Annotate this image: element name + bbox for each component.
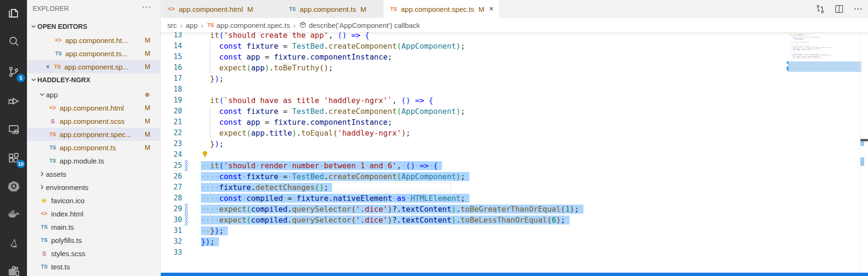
code-line-20[interactable]: 20 const fixture = TestBed.createCompone… <box>161 106 780 117</box>
line-text: ····const·compiled·=·fixture.nativeEleme… <box>201 193 469 204</box>
item-label: app.component.spec... <box>60 130 131 138</box>
open-editor-item[interactable]: <>app.component.ht...M <box>27 34 161 47</box>
git-change-gutter <box>185 204 188 215</box>
activitybar-explorer-icon[interactable] <box>0 2 27 25</box>
indent-guide <box>210 41 210 73</box>
item-label: app <box>46 91 58 99</box>
open-editor-item[interactable]: TSapp.component.ts...M <box>27 47 161 60</box>
line-number: 19 <box>161 95 182 106</box>
section-open-editors[interactable]: OPEN EDITORS <box>27 20 161 33</box>
line-text: }); <box>201 73 224 84</box>
code-line-18[interactable]: 18 <box>161 84 780 95</box>
tree-folder-app[interactable]: app <box>27 88 161 101</box>
breadcrumb-item[interactable]: describe('AppComponent') callback <box>309 21 420 29</box>
section-workspace[interactable]: HADDLEY-NGRX <box>27 73 161 86</box>
line-number: 31 <box>161 225 182 236</box>
tree-file-app-component-ts[interactable]: TSapp.component.tsM <box>27 141 161 154</box>
html-file-icon: <> <box>40 210 48 217</box>
git-change-gutter <box>185 160 188 171</box>
code-line-28[interactable]: 28····const·compiled·=·fixture.nativeEle… <box>161 193 780 204</box>
split-editor-icon[interactable] <box>834 4 844 14</box>
code-line-25[interactable]: 25··it('should·render·number·between·1·a… <box>161 160 780 171</box>
code-line-31[interactable]: 31··}); <box>161 225 780 236</box>
minimap[interactable]: import { TestBed } from '@angular/core/t… <box>790 30 861 172</box>
ts-orange-file-icon: TS <box>49 131 57 137</box>
line-text: ····fixture.detectChanges(); <box>201 182 333 193</box>
tree-file-app-component-html[interactable]: <>app.component.htmlM <box>27 101 161 114</box>
item-label: environments <box>46 183 88 191</box>
git-change-gutter <box>185 215 188 225</box>
git-modified-badge: M <box>145 36 150 44</box>
chevron-down-icon <box>30 76 37 84</box>
editor-actions <box>815 0 863 18</box>
tree-file-app-component-scss[interactable]: Sapp.component.scssM <box>27 114 161 128</box>
code-line-26[interactable]: 26····const·fixture·=·TestBed.createComp… <box>161 171 780 182</box>
activitybar-source-control-icon[interactable]: 5 <box>0 60 27 83</box>
breadcrumb-item[interactable]: app <box>186 21 198 29</box>
activitybar-extensions-icon[interactable]: 10 <box>0 147 27 169</box>
activitybar-docker-icon[interactable] <box>0 203 27 226</box>
editor-group: <>app.component.htmlMTSapp.component.tsM… <box>161 0 868 276</box>
code-line-22[interactable]: 22 expect(app.title).toEqual('haddley-ng… <box>161 128 780 138</box>
activitybar-run-debug-icon[interactable] <box>0 90 27 112</box>
activitybar-remote-explorer-icon[interactable] <box>0 118 27 141</box>
tree-folder-environments[interactable]: environments <box>27 181 161 194</box>
overview-ruler[interactable] <box>860 0 868 273</box>
tree-file-app-module-ts[interactable]: TSapp.module.ts <box>27 154 161 167</box>
ts-orange-file-icon: TS <box>53 64 61 69</box>
code-line-17[interactable]: 17 }); <box>161 73 780 84</box>
tree-file-app-component-spec---[interactable]: TSapp.component.spec...M <box>27 128 161 141</box>
ts-blue-file-icon: TS <box>49 158 57 164</box>
activitybar-search-icon[interactable] <box>0 30 27 52</box>
close-editor-icon[interactable]: × <box>44 63 52 70</box>
activitybar-kubernetes-icon[interactable] <box>0 175 27 198</box>
code-line-14[interactable]: 14 const fixture = TestBed.createCompone… <box>161 41 780 52</box>
line-text: ····expect(compiled.querySelector('.dice… <box>201 215 570 225</box>
line-number: 27 <box>161 182 182 193</box>
tree-file-polyfills-ts[interactable]: TSpolyfills.ts <box>27 233 161 247</box>
code-line-32[interactable]: 32}); <box>161 236 780 247</box>
code-line-19[interactable]: 19 it(`should have as title 'haddley-ngr… <box>161 95 780 106</box>
code-line-24[interactable]: 24 <box>161 149 780 160</box>
tree-file-styles-scss[interactable]: Sstyles.scss <box>27 247 161 260</box>
tree-file-test-ts[interactable]: TStest.ts <box>27 260 161 273</box>
line-text: const app = fixture.componentInstance; <box>201 117 392 128</box>
item-label: assets <box>46 170 66 178</box>
code-line-29[interactable]: 29····expect(compiled.querySelector('.di… <box>161 204 780 215</box>
lightbulb-icon[interactable] <box>201 150 209 159</box>
code-line-16[interactable]: 16 expect(app).toBeTruthy(); <box>161 62 780 73</box>
breadcrumb-item[interactable]: src <box>167 21 177 29</box>
line-text: expect(app).toBeTruthy(); <box>201 62 333 73</box>
item-label: styles.scss <box>51 250 86 258</box>
sidebar-more-actions-icon[interactable]: ··· <box>142 2 152 12</box>
line-number: 25 <box>161 160 182 171</box>
code-area[interactable]: 13 it('should create the app', () => {14… <box>161 0 780 273</box>
ts-blue-file-icon: TS <box>40 224 48 230</box>
code-line-23[interactable]: 23 }); <box>161 138 780 149</box>
line-text: }); <box>201 138 224 149</box>
code-line-33[interactable]: 33 <box>161 247 780 258</box>
tree-file-favicon-ico[interactable]: ★favicon.ico <box>27 194 161 207</box>
code-line-15[interactable]: 15 const app = fixture.componentInstance… <box>161 52 780 62</box>
tree-file-main-ts[interactable]: TSmain.ts <box>27 220 161 233</box>
line-number: 30 <box>161 215 182 225</box>
code-line-21[interactable]: 21 const app = fixture.componentInstance… <box>161 117 780 128</box>
line-number: 28 <box>161 193 182 204</box>
tree-file-index-html[interactable]: <>index.html <box>27 207 161 220</box>
open-changes-icon[interactable] <box>815 4 825 14</box>
html-file-icon: <> <box>54 37 62 43</box>
git-modified-badge: M <box>145 144 150 151</box>
tree-folder-assets[interactable]: assets <box>27 167 161 181</box>
code-line-27[interactable]: 27····fixture.detectChanges(); <box>161 182 780 193</box>
code-line-30[interactable]: 30····expect(compiled.querySelector('.di… <box>161 215 780 225</box>
git-modified-badge: M <box>145 117 150 125</box>
activitybar-teams-icon[interactable] <box>0 261 27 276</box>
minimap-change-mark <box>787 61 789 64</box>
breadcrumb: src›app›TSapp.component.spec.ts›describe… <box>161 18 868 32</box>
open-editor-item[interactable]: ×TSapp.component.sp...M <box>27 60 161 73</box>
minimap-selection-highlight <box>788 61 861 72</box>
activitybar-azure-icon[interactable] <box>0 232 27 254</box>
ts-blue-file-icon: TS <box>54 51 62 56</box>
breadcrumb-item[interactable]: app.component.spec.ts <box>217 21 290 29</box>
line-number: 17 <box>161 73 182 84</box>
